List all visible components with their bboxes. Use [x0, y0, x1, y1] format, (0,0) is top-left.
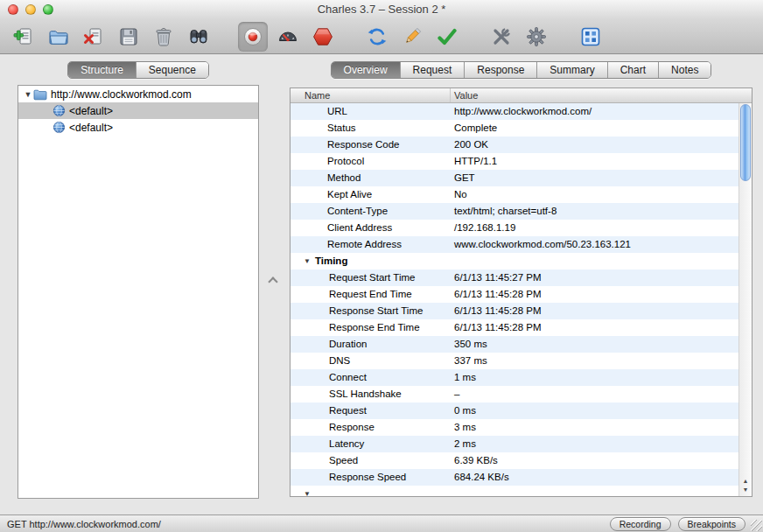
splitter-handle[interactable] [268, 276, 277, 286]
grid-row[interactable]: Duration350 ms [290, 336, 752, 353]
grid-row[interactable]: Response End Time6/1/13 11:45:28 PM [290, 319, 752, 336]
disclosure-triangle-icon[interactable]: ▼ [23, 90, 33, 99]
tools-button[interactable] [486, 22, 516, 52]
grid-row[interactable]: Request End Time6/1/13 11:45:28 PM [290, 286, 752, 303]
row-name: Response [290, 419, 374, 436]
row-name: Request Start Time [290, 270, 415, 286]
status-badges: RecordingBreakpoints [610, 517, 746, 531]
validate-button[interactable] [432, 22, 462, 52]
tree-row-default[interactable]: <default> [18, 119, 258, 136]
scroll-down-button[interactable]: ▼ [739, 486, 752, 494]
row-name: Content-Type [290, 203, 388, 220]
toolbar [0, 19, 763, 54]
status-badge-recording[interactable]: Recording [610, 517, 671, 531]
save-session-icon [117, 25, 140, 48]
tab-chart[interactable]: Chart [608, 62, 659, 78]
tree-row-root[interactable]: ▼ http://www.clockworkmod.com [18, 86, 258, 102]
grid-row[interactable]: Speed6.39 KB/s [290, 452, 752, 469]
vertical-scrollbar[interactable]: ▲ ▼ [738, 103, 752, 496]
grid-row[interactable]: Response3 ms [290, 419, 752, 436]
row-value: 684.24 KB/s [451, 469, 752, 486]
add-session-button[interactable] [9, 22, 38, 52]
resize-grip[interactable] [751, 520, 762, 531]
grid-row[interactable]: Connect1 ms [290, 369, 752, 386]
open-session-button[interactable] [44, 22, 74, 52]
tab-response[interactable]: Response [465, 62, 537, 78]
tab-overview[interactable]: Overview [332, 62, 401, 78]
grid-row[interactable]: URLhttp://www.clockworkmod.com/ [290, 103, 752, 120]
status-request-text: GET http://www.clockworkmod.com/ [7, 519, 161, 529]
tree-row-default[interactable]: <default> [18, 102, 258, 119]
row-name: Request End Time [290, 286, 412, 303]
grid-row[interactable]: Response Start Time6/1/13 11:45:28 PM [290, 303, 752, 319]
grid-row[interactable]: MethodGET [290, 170, 752, 186]
repeat-button[interactable] [362, 22, 392, 52]
row-value: 2 ms [451, 436, 752, 452]
row-name: Client Address [290, 220, 392, 236]
grid-row[interactable]: Kept AliveNo [290, 186, 752, 203]
panel-splitter[interactable] [260, 54, 289, 514]
grid-row[interactable]: Response Speed684.24 KB/s [290, 469, 752, 486]
row-name: Response Speed [290, 469, 406, 486]
clear-session-button[interactable] [149, 22, 178, 52]
row-value: – [451, 386, 752, 402]
row-value [451, 486, 752, 497]
row-value: 200 OK [451, 136, 752, 153]
row-name: DNS [290, 353, 350, 369]
tree-item-label: <default> [69, 122, 113, 134]
grid-row[interactable]: SSL Handshake– [290, 386, 752, 402]
record-button[interactable] [238, 22, 268, 52]
grid-row[interactable]: Content-Typetext/html; charset=utf-8 [290, 203, 752, 220]
settings-button[interactable] [522, 22, 551, 52]
status-badge-breakpoints[interactable]: Breakpoints [678, 517, 746, 531]
breakpoints-button[interactable] [308, 22, 338, 52]
grid-row[interactable]: ProtocolHTTP/1.1 [290, 153, 752, 170]
disclosure-triangle-icon[interactable]: ▼ [290, 486, 311, 497]
globe-icon [52, 104, 66, 117]
grid-row[interactable]: Client Address/192.168.1.19 [290, 220, 752, 236]
grid-body: URLhttp://www.clockworkmod.com/StatusCom… [290, 103, 752, 497]
row-name: Response Code [290, 136, 399, 153]
tab-structure[interactable]: Structure [68, 62, 136, 78]
scrollbar-thumb[interactable] [740, 104, 751, 181]
throttle-button[interactable] [273, 22, 303, 52]
close-window-button[interactable] [8, 4, 18, 15]
tab-sequence[interactable]: Sequence [136, 62, 208, 78]
row-value: www.clockworkmod.com/50.23.163.121 [451, 236, 752, 253]
throttle-icon [276, 25, 299, 48]
disclosure-triangle-icon[interactable]: ▼ [290, 253, 311, 270]
close-session-icon [82, 25, 105, 48]
row-name: Response Start Time [290, 303, 423, 319]
web-interface-button[interactable] [576, 22, 606, 52]
repeat-icon [366, 25, 388, 48]
row-value: 6/1/13 11:45:27 PM [451, 270, 752, 286]
grid-section-row[interactable]: ▼Timing [290, 253, 752, 270]
minimize-window-button[interactable] [25, 4, 36, 15]
grid-row[interactable]: Remote Addresswww.clockworkmod.com/50.23… [290, 236, 752, 253]
breakpoints-icon [312, 25, 334, 48]
grid-row[interactable]: StatusComplete [290, 120, 752, 136]
grid-row[interactable]: Response Code200 OK [290, 136, 752, 153]
grid-section-row[interactable]: ▼ [290, 486, 752, 497]
validate-icon [436, 25, 458, 48]
tab-notes[interactable]: Notes [659, 62, 710, 78]
grid-row[interactable]: Latency2 ms [290, 436, 752, 452]
edit-button[interactable] [397, 22, 427, 52]
tab-request[interactable]: Request [401, 62, 466, 78]
save-session-button[interactable] [114, 22, 144, 52]
grid-row[interactable]: Request Start Time6/1/13 11:45:27 PM [290, 270, 752, 286]
row-name: URL [290, 103, 347, 120]
grid-row[interactable]: DNS337 ms [290, 353, 752, 369]
right-panel-tabs: OverviewRequestResponseSummaryChartNotes [331, 61, 712, 79]
row-value: 3 ms [451, 419, 752, 436]
close-session-button[interactable] [79, 22, 108, 52]
tab-summary[interactable]: Summary [537, 62, 607, 78]
row-value: 6/1/13 11:45:28 PM [451, 319, 752, 336]
grid-row[interactable]: Request0 ms [290, 402, 752, 419]
find-button[interactable] [184, 22, 214, 52]
row-name: Protocol [290, 153, 364, 170]
find-icon [187, 25, 210, 48]
scroll-up-button[interactable]: ▲ [739, 477, 752, 486]
charles-window: Charles 3.7 – Session 2 * [0, 0, 763, 532]
zoom-window-button[interactable] [43, 4, 53, 15]
